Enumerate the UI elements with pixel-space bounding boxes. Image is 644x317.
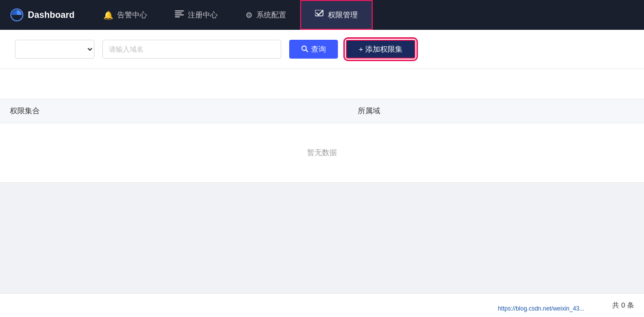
- svg-rect-2: [175, 12, 182, 13]
- col-header-permission-set: 权限集合: [0, 99, 348, 123]
- nav-item-permission[interactable]: 权限管理: [300, 0, 373, 30]
- empty-text: 暂无数据: [307, 148, 337, 158]
- brand-label: Dashboard: [28, 10, 75, 20]
- search-icon: [301, 45, 308, 54]
- alert-icon: 🔔: [103, 10, 113, 20]
- domain-select[interactable]: [15, 40, 94, 59]
- dashboard-icon: [10, 8, 24, 22]
- nav-item-sysconfig-label: 系统配置: [256, 10, 286, 20]
- nav-item-alert[interactable]: 🔔 告警中心: [89, 0, 161, 30]
- gear-icon: ⚙: [245, 10, 252, 20]
- navbar: Dashboard 🔔 告警中心 注册中心 ⚙ 系统配置: [0, 0, 644, 30]
- query-button-label: 查询: [311, 45, 326, 54]
- svg-rect-4: [175, 16, 180, 17]
- nav-item-permission-label: 权限管理: [328, 10, 358, 20]
- table-body: 暂无数据: [0, 123, 644, 183]
- brand-logo[interactable]: Dashboard: [10, 8, 75, 22]
- content-spacer: [0, 69, 644, 99]
- svg-rect-1: [175, 10, 184, 11]
- nav-items: 🔔 告警中心 注册中心 ⚙ 系统配置: [89, 0, 634, 30]
- filter-bar: 查询 + 添加权限集: [0, 30, 644, 69]
- footer-count: 共 0 条: [612, 301, 634, 310]
- table-header: 权限集合 所属域: [0, 99, 644, 123]
- col-header-domain: 所属域: [348, 99, 644, 123]
- nav-item-register[interactable]: 注册中心: [161, 0, 232, 30]
- svg-rect-3: [175, 14, 184, 15]
- query-button[interactable]: 查询: [289, 40, 338, 59]
- nav-item-sysconfig[interactable]: ⚙ 系统配置: [232, 0, 300, 30]
- register-icon: [175, 10, 184, 19]
- footer-hint-url: https://blog.csdn.net/weixin_43...: [498, 305, 584, 312]
- content-area: 查询 + 添加权限集 权限集合 所属域 暂无数据: [0, 30, 644, 183]
- footer-bar: https://blog.csdn.net/weixin_43... 共 0 条: [0, 293, 644, 317]
- add-permission-label: + 添加权限集: [359, 45, 402, 54]
- add-permission-button[interactable]: + 添加权限集: [346, 40, 415, 59]
- permission-icon: [315, 10, 324, 20]
- table-container: 权限集合 所属域 暂无数据: [0, 99, 644, 183]
- nav-item-register-label: 注册中心: [188, 10, 218, 20]
- svg-line-7: [306, 50, 308, 52]
- nav-item-alert-label: 告警中心: [117, 10, 147, 20]
- domain-input[interactable]: [102, 40, 281, 59]
